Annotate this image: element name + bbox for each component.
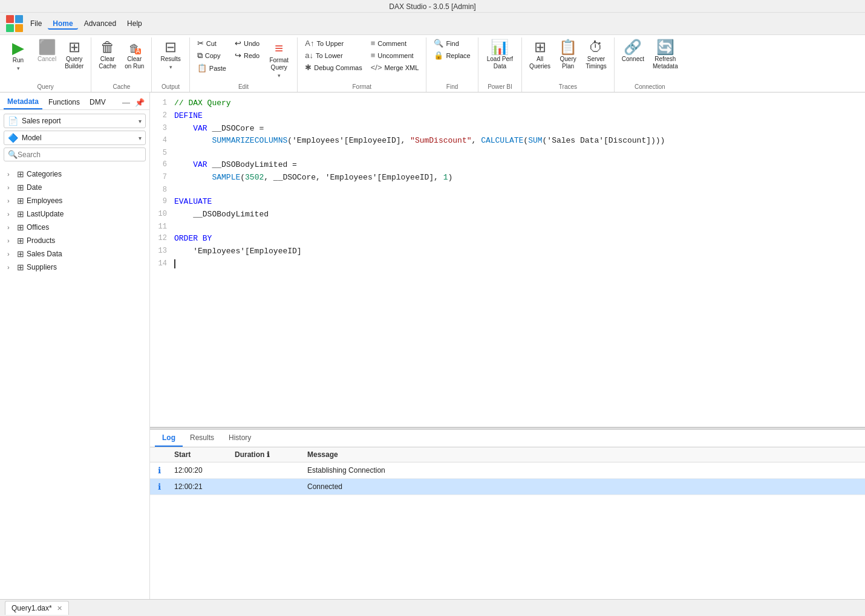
tab-results[interactable]: Results	[183, 430, 221, 447]
clear-cache-button[interactable]: 🗑 ClearCache	[95, 37, 120, 73]
sales-report-dropdown[interactable]: 📄 Sales report ▾	[4, 114, 146, 128]
info-icon: ℹ	[158, 482, 161, 491]
ribbon-format-label: Format	[301, 82, 422, 92]
code-line: 12ORDER BY	[150, 233, 865, 245]
expand-icon: ›	[7, 184, 15, 191]
menu-advanced[interactable]: Advanced	[79, 18, 121, 30]
search-icon: 🔍	[8, 150, 18, 159]
sidebar: Metadata Functions DMV — 📌 📄 Sales repor…	[0, 92, 150, 599]
query-builder-button[interactable]: ⊞ QueryBuilder	[61, 37, 87, 73]
tree-item[interactable]: ›⊞Suppliers	[0, 261, 149, 274]
sales-report-chevron: ▾	[139, 118, 142, 125]
to-upper-button[interactable]: A↑ To Upper	[301, 37, 365, 49]
query-plan-button[interactable]: 📋 QueryPlan	[555, 37, 581, 73]
merge-xml-button[interactable]: </> Merge XML	[367, 62, 423, 73]
ribbon-output-label: Output	[155, 82, 185, 92]
menu-file[interactable]: File	[25, 18, 47, 30]
tree-item[interactable]: ›⊞Sales Data	[0, 247, 149, 261]
line-code: ORDER BY	[174, 233, 865, 245]
query-builder-label: QueryBuilder	[65, 56, 83, 70]
search-input[interactable]	[18, 151, 142, 159]
debug-commas-button[interactable]: ✱ Debug Commas	[301, 62, 365, 73]
sidebar-minimize-icon[interactable]: —	[121, 97, 131, 108]
load-perf-data-button[interactable]: 📊 Load PerfData	[482, 37, 518, 73]
table-label: Sales Data	[27, 250, 62, 258]
menu-help[interactable]: Help	[122, 18, 147, 30]
uncomment-button[interactable]: ≡ Uncomment	[367, 50, 423, 61]
line-number: 12	[150, 233, 174, 245]
cut-button[interactable]: ✂ Cut	[194, 37, 230, 49]
replace-button[interactable]: 🔒 Replace	[430, 50, 474, 61]
run-button[interactable]: ▶ Run ▾	[4, 37, 33, 74]
tab-functions[interactable]: Functions	[45, 96, 83, 109]
load-perf-data-icon: 📊	[491, 40, 509, 54]
connect-button[interactable]: 🔗 Connect	[618, 37, 648, 65]
clear-on-run-button[interactable]: 🗑A Clearon Run	[121, 37, 148, 73]
find-button[interactable]: 🔍 Find	[430, 37, 474, 49]
tab-history[interactable]: History	[221, 430, 258, 447]
tree-item[interactable]: ›⊞Employees	[0, 194, 149, 207]
table-icon: ⊞	[17, 236, 24, 245]
ribbon-group-query: ▶ Run ▾ ⬛ Cancel ⊞ QueryBuilder Query	[0, 37, 91, 92]
col-message: Message	[301, 447, 865, 462]
log-row[interactable]: ℹ 12:00:21 Connected	[150, 479, 865, 495]
menu-home[interactable]: Home	[48, 18, 77, 30]
tab-dmv[interactable]: DMV	[86, 96, 109, 109]
bottom-panel: Log Results History Start Duration ℹ Mes…	[150, 430, 865, 599]
code-editor[interactable]: 1// DAX Query2DEFINE3 VAR __DSOCore =4 S…	[150, 92, 865, 427]
tree-item[interactable]: ›⊞Offices	[0, 221, 149, 234]
results-icon: ⊟	[165, 40, 177, 54]
log-message-cell: Establishing Connection	[301, 462, 865, 479]
ribbon-group-connection: 🔗 Connect 🔄 RefreshMetadata Connection	[615, 37, 685, 92]
sidebar-dropdowns: 📄 Sales report ▾ 🔷 Model ▾	[0, 110, 149, 148]
model-dropdown[interactable]: 🔷 Model ▾	[4, 131, 146, 145]
cancel-button[interactable]: ⬛ Cancel	[34, 37, 60, 65]
line-number: 8	[150, 184, 174, 196]
tree-item[interactable]: ›⊞Products	[0, 234, 149, 247]
tree-item[interactable]: ›⊞Categories	[0, 167, 149, 181]
copy-icon: ⧉	[197, 51, 203, 60]
sidebar-pin-icon[interactable]: 📌	[134, 97, 146, 108]
line-number: 1	[150, 97, 174, 110]
all-queries-button[interactable]: ⊞ AllQueries	[526, 37, 554, 73]
comment-icon: ≡	[371, 39, 376, 48]
code-line: 2DEFINE	[150, 110, 865, 123]
table-label: Employees	[27, 196, 62, 205]
tab-log[interactable]: Log	[155, 430, 183, 447]
query-builder-icon: ⊞	[68, 40, 80, 54]
undo-redo-group: ↩ Undo ↪ Redo	[231, 37, 263, 61]
to-lower-button[interactable]: a↓ To Lower	[301, 50, 365, 61]
ribbon-traces-buttons: ⊞ AllQueries 📋 QueryPlan ⏱ ServerTimings	[526, 37, 610, 73]
redo-button[interactable]: ↪ Redo	[231, 50, 263, 61]
server-timings-button[interactable]: ⏱ ServerTimings	[582, 37, 610, 73]
model-icon: 🔷	[8, 133, 18, 143]
copy-button[interactable]: ⧉ Copy	[194, 50, 230, 62]
comment-button[interactable]: ≡ Comment	[367, 37, 423, 49]
log-icon-cell: ℹ	[150, 479, 168, 495]
tree-item[interactable]: ›⊞LastUpdate	[0, 207, 149, 221]
tab-metadata[interactable]: Metadata	[4, 95, 42, 109]
tabs-bar: Query1.dax* ✕	[0, 599, 865, 616]
sidebar-action-buttons: — 📌	[121, 97, 146, 108]
log-start-cell: 12:00:20	[168, 462, 229, 479]
ribbon: ▶ Run ▾ ⬛ Cancel ⊞ QueryBuilder Query 🗑 …	[0, 35, 865, 92]
clear-on-run-icon: 🗑A	[129, 40, 140, 54]
tree-item[interactable]: ›⊞Date	[0, 181, 149, 194]
expand-icon: ›	[7, 197, 15, 204]
ribbon-query-label: Query	[4, 82, 87, 92]
paste-button[interactable]: 📋 Paste	[194, 62, 230, 74]
table-icon: ⊞	[17, 209, 24, 219]
line-code	[174, 221, 865, 233]
results-button[interactable]: ⊟ Results ▾	[155, 37, 185, 73]
undo-button[interactable]: ↩ Undo	[231, 37, 263, 49]
doc-tab-close[interactable]: ✕	[57, 605, 62, 612]
log-start-cell: 12:00:21	[168, 479, 229, 495]
doc-tab-query1[interactable]: Query1.dax* ✕	[5, 601, 69, 615]
format-query-button[interactable]: ≡ FormatQuery ▾	[264, 39, 293, 81]
ribbon-find-label: Find	[430, 82, 474, 92]
code-line: 3 VAR __DSOCore =	[150, 123, 865, 135]
log-row[interactable]: ℹ 12:00:20 Establishing Connection	[150, 462, 865, 479]
refresh-metadata-button[interactable]: 🔄 RefreshMetadata	[649, 37, 682, 73]
table-icon: ⊞	[17, 196, 24, 206]
line-code	[174, 258, 865, 271]
